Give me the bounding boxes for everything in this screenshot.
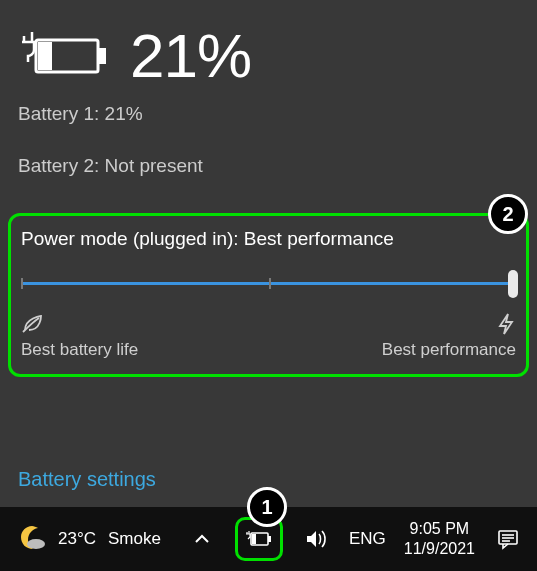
taskbar-weather[interactable]: 23°C Smoke xyxy=(0,526,187,552)
svg-rect-6 xyxy=(252,534,256,544)
battery-percentage: 21% xyxy=(130,20,251,91)
svg-rect-1 xyxy=(98,48,106,64)
svg-point-3 xyxy=(27,539,45,549)
svg-rect-5 xyxy=(268,536,271,542)
tray-notifications-icon[interactable] xyxy=(493,524,523,554)
power-mode-panel: 2 Power mode (plugged in): Best performa… xyxy=(8,213,529,377)
battery-charging-icon xyxy=(18,32,108,80)
weather-icon xyxy=(20,526,46,552)
svg-rect-2 xyxy=(38,42,52,70)
slider-end-right: Best performance xyxy=(382,312,516,360)
battery-flyout: 21% Battery 1: 21% Battery 2: Not presen… xyxy=(0,0,537,507)
power-mode-label: Power mode (plugged in): Best performanc… xyxy=(21,228,516,250)
slider-left-label: Best battery life xyxy=(21,340,138,360)
slider-tick xyxy=(21,278,23,289)
weather-condition: Smoke xyxy=(108,529,161,549)
tray-language[interactable]: ENG xyxy=(349,529,386,549)
lightning-icon xyxy=(496,312,516,334)
slider-tick xyxy=(269,278,271,289)
tray-volume-icon[interactable] xyxy=(301,524,331,554)
battery-2-status: Battery 2: Not present xyxy=(0,149,537,183)
battery-header: 21% xyxy=(0,0,537,97)
tray-time: 9:05 PM xyxy=(410,519,470,539)
battery-1-status: Battery 1: 21% xyxy=(0,97,537,131)
slider-thumb[interactable] xyxy=(508,270,518,298)
battery-settings-link[interactable]: Battery settings xyxy=(18,468,156,491)
system-tray: ENG 9:05 PM 11/9/2021 xyxy=(187,517,537,561)
annotation-badge-1: 1 xyxy=(247,487,287,527)
annotation-badge-2: 2 xyxy=(488,194,528,234)
slider-labels: Best battery life Best performance xyxy=(21,312,516,360)
tray-overflow-button[interactable] xyxy=(187,524,217,554)
power-mode-slider[interactable] xyxy=(21,274,516,302)
tray-clock[interactable]: 9:05 PM 11/9/2021 xyxy=(404,519,475,559)
leaf-icon xyxy=(21,312,45,334)
slider-end-left: Best battery life xyxy=(21,312,138,360)
weather-temp: 23°C xyxy=(58,529,96,549)
tray-date: 11/9/2021 xyxy=(404,539,475,559)
slider-right-label: Best performance xyxy=(382,340,516,360)
